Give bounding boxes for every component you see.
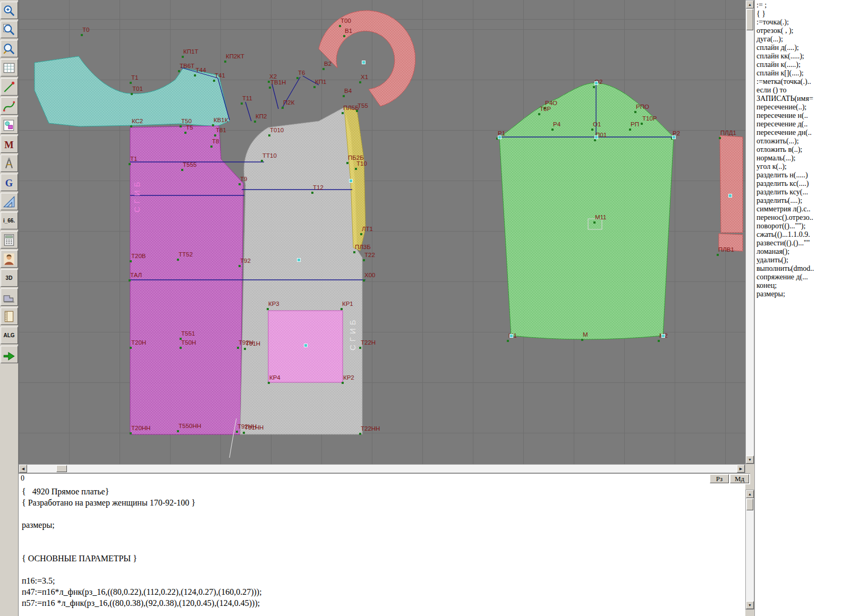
function-template-item[interactable]: отрезок( , ); (756, 27, 850, 35)
rz-button[interactable]: Рз (710, 474, 729, 483)
point-label-Т11[interactable]: Т11 (242, 95, 252, 101)
selection-handle[interactable] (728, 194, 732, 198)
point-label-Т8Р[interactable]: Т8Р (540, 106, 551, 112)
point-label-Т81[interactable]: Т81 (216, 127, 226, 133)
function-template-item[interactable]: разделить н(.....) (756, 171, 850, 179)
point-label-КП1[interactable]: КП1 (315, 79, 326, 85)
selection-handle[interactable] (304, 344, 308, 347)
point-label-ЛТ1[interactable]: ЛТ1 (362, 226, 373, 232)
point-label-Т50[interactable]: Т50 (181, 118, 192, 124)
function-template-item[interactable]: сопряжение д(... (756, 273, 850, 281)
selection-handle[interactable] (498, 135, 502, 139)
point-label-Т22[interactable]: Т22 (364, 252, 375, 258)
calculator-tool[interactable] (1, 231, 18, 249)
point-label-Т10[interactable]: Т10 (356, 160, 367, 167)
function-template-item[interactable]: := ; (756, 1, 850, 10)
ruler-tool[interactable] (1, 193, 18, 210)
3d-tool[interactable]: 3D (1, 269, 18, 287)
point-label-Р4[interactable]: Р4 (553, 121, 560, 127)
point-label-КР3[interactable]: КР3 (268, 301, 279, 307)
function-template-item[interactable]: дуга(...); (756, 35, 850, 44)
point-label-Т6[interactable]: Т6 (298, 70, 305, 76)
function-template-item[interactable]: поворот(()...""); (756, 222, 850, 230)
selection-handle[interactable] (297, 258, 301, 262)
scroll-down-icon[interactable]: ▼ (746, 456, 754, 464)
point-label-Т20НН[interactable]: Т20НН (131, 425, 150, 431)
point-label-Т0[interactable]: Т0 (82, 27, 89, 33)
function-template-item[interactable]: разделить(....); (756, 196, 850, 205)
compass-tool[interactable] (1, 155, 18, 172)
point-label-В1[interactable]: В1 (345, 28, 352, 34)
point-label-КР4[interactable]: КР4 (269, 374, 280, 381)
function-template-item[interactable]: конец; (756, 281, 850, 290)
point-label-ПЛ3Б[interactable]: ПЛ3Б (355, 244, 371, 250)
selection-handle[interactable] (594, 135, 598, 139)
function-template-item[interactable]: :=метка(точка(.).. (756, 78, 850, 86)
model-view-tool[interactable] (1, 250, 18, 268)
function-template-item[interactable]: отложить(...); (756, 137, 850, 146)
point-label-О1[interactable]: О1 (593, 121, 601, 127)
pieces-tool[interactable] (1, 116, 18, 134)
function-template-item[interactable]: сплайн д(....); (756, 44, 850, 52)
point-label-Т12[interactable]: Т12 (313, 184, 324, 191)
point-label-Т551[interactable]: Т551 (181, 330, 195, 337)
point-label-Т1[interactable]: Т1 (131, 74, 138, 81)
function-template-item[interactable]: разделить ксу(... (756, 188, 850, 196)
point-label-М[interactable]: М (583, 331, 588, 338)
point-label-КП1Т[interactable]: КП1Т (183, 48, 198, 55)
function-template-item[interactable]: размеры; (756, 290, 850, 298)
zoom-in-tool[interactable] (1, 2, 18, 19)
point-label-Х00[interactable]: Х00 (364, 272, 375, 278)
function-template-item[interactable]: нормаль(...); (756, 154, 850, 162)
canvas-vertical-scrollbar[interactable]: ▲ ▼ (745, 0, 754, 464)
spline-tool[interactable] (1, 97, 18, 115)
selection-handle[interactable] (349, 179, 353, 183)
point-label-ТАЛ[interactable]: ТАЛ (130, 272, 142, 278)
point-label-Т20В[interactable]: Т20В (131, 253, 146, 259)
point-label-КР2[interactable]: КР2 (343, 374, 354, 381)
function-template-item[interactable]: { } (756, 10, 850, 18)
point-label-Т1[interactable]: Т1 (130, 156, 137, 162)
function-template-item[interactable]: ЗАПИСАТЬ(имя= (756, 95, 850, 103)
function-template-item[interactable]: пересечение д(.. (756, 120, 850, 129)
function-template-item[interactable]: если () то (756, 86, 850, 95)
point-label-Т555[interactable]: Т555 (183, 161, 197, 168)
point-label-Т41[interactable]: Т41 (215, 72, 225, 79)
drawing-canvas[interactable]: Т0КП1ТКП2КТТВ6ТТ44Т1Т41Т01Х2ТВ1НТ6В2Х1КП… (19, 0, 745, 464)
point-label-РП[interactable]: РП (631, 121, 639, 127)
scroll-right-icon[interactable]: ▶ (737, 465, 745, 473)
point-label-Т91НН[interactable]: Т91НН (244, 424, 264, 431)
function-template-item[interactable]: :=точка(.); (756, 18, 850, 27)
scroll-down-icon[interactable]: ▼ (746, 601, 754, 609)
grid-tool[interactable] (1, 59, 18, 76)
canvas-vscroll-thumb[interactable] (746, 9, 753, 30)
journal-tool[interactable] (1, 307, 18, 325)
selection-handle[interactable] (672, 135, 676, 139)
editor-vscroll-thumb[interactable] (746, 499, 753, 510)
point-label-ТТ10[interactable]: ТТ10 (262, 152, 277, 159)
selection-handle[interactable] (661, 334, 665, 338)
point-label-Т00[interactable]: Т00 (341, 18, 351, 24)
function-template-item[interactable]: отложить в(..); (756, 146, 850, 154)
selection-handle[interactable] (362, 61, 366, 64)
point-label-КС2[interactable]: КС2 (132, 118, 143, 124)
point-label-Т01[interactable]: Т01 (132, 85, 143, 92)
point-label-Т9[interactable]: Т9 (240, 176, 247, 182)
md-button[interactable]: Мд (730, 474, 749, 483)
point-label-ТТ52[interactable]: ТТ52 (178, 251, 193, 258)
point-label-Т010[interactable]: Т010 (270, 127, 284, 133)
function-template-item[interactable]: разделить кс(....) (756, 179, 850, 188)
function-template-item[interactable]: сжать(()...1.1.0.9. (756, 230, 850, 239)
run-tool[interactable] (1, 346, 18, 363)
scroll-up-icon[interactable]: ▲ (746, 1, 754, 8)
code-editor[interactable]: { 4920 Прямое платье}{ Разработано на ра… (19, 484, 745, 616)
function-template-item[interactable]: удалить(); (756, 256, 850, 264)
function-template-item[interactable]: пересечение дн(.. (756, 129, 850, 137)
point-label-Х1[interactable]: Х1 (361, 74, 368, 80)
i66-indicator[interactable]: i_66. (1, 212, 18, 229)
scroll-left-icon[interactable]: ◀ (19, 465, 27, 473)
function-template-item[interactable]: выполнить(dmod.. (756, 264, 850, 273)
zoom-page-tool[interactable] (1, 21, 18, 38)
point-label-Т10Р[interactable]: Т10Р (642, 115, 657, 122)
point-label-Т44[interactable]: Т44 (196, 67, 206, 73)
